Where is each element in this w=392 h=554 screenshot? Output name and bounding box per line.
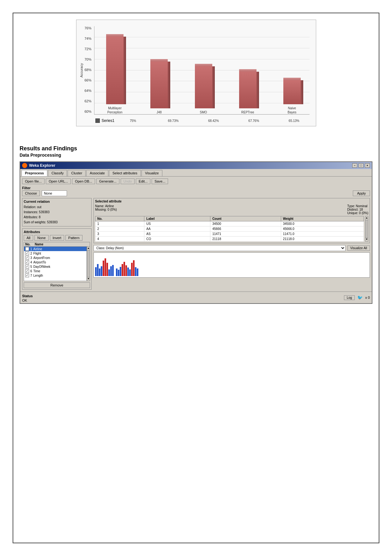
attr-check-4[interactable]: ✓ (25, 260, 29, 264)
attr-val-row-1[interactable]: 1 US 34500 34500.0 (95, 221, 364, 226)
weka-maximize-btn[interactable]: □ (359, 163, 364, 168)
weka-title-text: Weka Explorer (29, 163, 55, 168)
hist-bar-8 (108, 269, 110, 276)
weka-tabs: Preprocess Classify Cluster Associate Se… (20, 169, 372, 177)
attr-all-button[interactable]: All (24, 235, 33, 241)
filter-value-field[interactable]: None (42, 190, 67, 196)
weka-minimize-btn[interactable]: − (352, 163, 357, 168)
bar-reptree: REPTree (230, 71, 265, 114)
attr-val-row-3[interactable]: 3 AS 11471 11471.0 (95, 232, 364, 237)
instances-label: Instances: 539383 (24, 210, 90, 215)
attr-row-3[interactable]: ✓ 3 AirportFrom (24, 256, 87, 260)
open-db-button[interactable]: Open DB... (72, 178, 95, 184)
val-no-3: 3 (95, 232, 144, 237)
remove-button[interactable]: Remove (24, 282, 90, 288)
undo-button[interactable]: Undo (121, 178, 135, 184)
hist-bar-17 (127, 268, 129, 276)
legend-values: 75% 69.73% 68.42% 67.76% 65.13% (114, 119, 309, 123)
attr-invert-button[interactable]: Invert (50, 235, 64, 241)
open-url-button[interactable]: Open URL... (46, 178, 71, 184)
legend-val-1: 75% (118, 119, 148, 123)
attr-row-2[interactable]: ✓ 2 Flight (24, 251, 87, 256)
attr-unique-display: Unique: 0 (0%) (347, 211, 368, 215)
filter-apply-button[interactable]: Apply (353, 190, 370, 196)
hist-bar-6 (105, 258, 106, 276)
chart-legend: Series1 75% 69.73% 68.42% 67.76% 65.13% (80, 118, 310, 123)
tab-cluster[interactable]: Cluster (68, 170, 86, 176)
filter-label: Filter (22, 186, 370, 190)
attr-val-row-2[interactable]: 2 AA 45666 45666.0 (95, 226, 364, 232)
tab-visualize[interactable]: Visualize (142, 170, 162, 176)
table-scrollbar[interactable]: ▲ ▼ (365, 216, 368, 242)
attr-val-row-4[interactable]: 4 CO 21118 21118.0 (95, 237, 364, 242)
open-file-button[interactable]: Open file... (22, 178, 45, 184)
visualize-all-button[interactable]: Visualize All (347, 245, 370, 251)
current-relation-title: Current relation (24, 200, 90, 203)
hist-bar-15 (124, 262, 125, 276)
attr-type-display: Type: Nominal (347, 204, 368, 208)
tab-classify[interactable]: Classify (48, 170, 67, 176)
attr-row-7[interactable]: ✓ 7 Length (24, 273, 87, 278)
bar-naivebayes: NaiveBayes (274, 80, 309, 114)
attr-check-6[interactable]: ✓ (25, 269, 29, 273)
hist-bar-11 (116, 268, 118, 276)
attr-no-7: 7 (30, 274, 32, 277)
generate-button[interactable]: Generate... (96, 178, 119, 184)
attr-list-scrollbar[interactable]: ▲ ▼ (87, 246, 90, 281)
tab-associate[interactable]: Associate (86, 170, 108, 176)
tab-preprocess[interactable]: Preprocess (21, 170, 47, 176)
save-button[interactable]: Save... (152, 178, 168, 184)
legend-label: Series1 (102, 118, 115, 123)
attr-check-7[interactable]: ✓ (25, 274, 29, 277)
class-dropdown[interactable]: Class: Delay (Nom) (93, 245, 346, 251)
filter-row: Choose None Apply (22, 190, 370, 196)
scroll-track[interactable] (87, 250, 90, 277)
table-scroll-track[interactable] (365, 220, 368, 238)
weka-main-content: Current relation Relation: out Instances… (22, 198, 370, 290)
bar-j48-rect (150, 61, 168, 108)
attr-name-2: Flight (33, 252, 41, 255)
filter-choose-button[interactable]: Choose (22, 190, 40, 196)
bar-smo-label: SMO (200, 110, 207, 114)
attr-none-button[interactable]: None (34, 235, 48, 241)
hist-bar-13 (120, 267, 121, 276)
weka-status-bar: Status OK Log 🐦 x 0 (20, 292, 372, 303)
status-value: OK (22, 298, 33, 302)
y-axis-label: Accuracy (80, 63, 83, 77)
col-count: Count (210, 216, 281, 221)
bar-naivebayes-rect (283, 80, 301, 104)
weka-right-panel: Selected attribute Name: Airline Missing… (93, 198, 370, 290)
attributes-panel: Attributes All None Invert Pattern No. N… (22, 228, 92, 290)
table-scroll-up[interactable]: ▲ (365, 216, 368, 220)
table-scroll-down[interactable]: ▼ (365, 238, 368, 241)
attr-no-2: 2 (30, 252, 32, 255)
bar-smo-rect (195, 66, 212, 108)
hist-bar-21 (135, 267, 136, 276)
val-weight-4: 21118.0 (281, 237, 364, 242)
attr-row-1[interactable]: ✓ 1 Airline (24, 247, 87, 251)
attr-row-4[interactable]: ✓ 4 AirportTo (24, 260, 87, 264)
bar-multilayer-rect (106, 36, 124, 104)
attr-name-7: Length (33, 274, 43, 277)
scroll-up-btn[interactable]: ▲ (87, 247, 90, 250)
class-row: Class: Delay (Nom) Visualize All (93, 245, 370, 251)
selected-attr-left: Name: Airline Missing: 0 (0%) (95, 204, 117, 215)
val-count-4: 21118 (210, 237, 281, 242)
col-name-header: Name (35, 243, 43, 246)
attr-row-5[interactable]: ✓ 5 DayOfWeek (24, 264, 87, 269)
log-button[interactable]: Log (344, 295, 355, 300)
hist-bar-3 (99, 268, 100, 276)
weka-window-controls: − □ × (352, 163, 370, 168)
scroll-down-btn[interactable]: ▼ (87, 277, 90, 281)
weka-close-btn[interactable]: × (365, 163, 370, 168)
col-no: No. (95, 216, 144, 221)
tab-select-attributes[interactable]: Select attributes (109, 170, 141, 176)
attr-check-2[interactable]: ✓ (25, 251, 29, 255)
attr-check-1[interactable]: ✓ (25, 247, 29, 251)
attr-pattern-button[interactable]: Pattern (65, 235, 82, 241)
attr-row-6[interactable]: ✓ 6 Time (24, 269, 87, 273)
legend-val-5: 65.13% (279, 119, 309, 123)
edit-button[interactable]: Edit... (136, 178, 150, 184)
attr-check-3[interactable]: ✓ (25, 256, 29, 260)
attr-check-5[interactable]: ✓ (25, 265, 29, 268)
